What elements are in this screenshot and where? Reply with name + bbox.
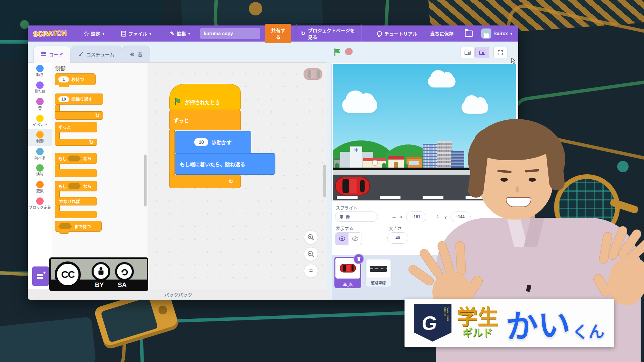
account-menu[interactable]: kaircx ▾ — [481, 28, 512, 39]
stop-button[interactable] — [345, 48, 353, 55]
scratch-logo[interactable]: SCRATCH — [33, 29, 67, 38]
palette-block-if[interactable]: もし なら — [55, 153, 97, 164]
palette-scrollbar[interactable] — [144, 155, 147, 206]
size-input[interactable]: 40 — [387, 232, 408, 244]
wait-until-label: まで待つ — [74, 223, 91, 230]
tutorials-menu[interactable]: チュートリアル — [374, 28, 420, 39]
loop-arrow-icon: ↻ — [89, 139, 94, 145]
tab-code[interactable]: コード — [33, 46, 71, 63]
large-stage-icon — [479, 51, 485, 55]
category-events[interactable]: イベント — [28, 113, 52, 129]
palette-block-ifelse[interactable]: もし なら — [55, 181, 97, 191]
project-name-input[interactable] — [200, 28, 260, 39]
category-looks[interactable]: 見た目 — [28, 79, 52, 96]
tab-costumes[interactable]: コスチューム — [70, 46, 122, 63]
category-label: 演算 — [36, 173, 44, 177]
palette-block-ifelse-bottom[interactable] — [55, 211, 97, 218]
category-control[interactable]: 制御 — [28, 129, 52, 146]
palette-block-repeat-bottom[interactable]: ↻ — [55, 111, 103, 120]
palette-block-if-spine — [55, 164, 60, 169]
hide-button[interactable] — [348, 233, 362, 245]
cat-icon — [482, 31, 491, 39]
category-myblocks[interactable]: ブロック定義 — [28, 195, 52, 212]
show-button[interactable] — [335, 233, 348, 245]
move-value[interactable]: 10 — [194, 138, 208, 146]
share-button[interactable]: 共有する — [265, 24, 291, 43]
palette-block-else[interactable]: でなければ — [55, 197, 97, 205]
boolean-slot[interactable] — [58, 223, 72, 229]
script-forever-bottom[interactable]: ↻ — [169, 175, 241, 188]
category-dot — [36, 65, 44, 72]
guild-vertical-bottom: GUILD — [443, 307, 446, 317]
car-roof — [350, 179, 357, 193]
small-stage-button[interactable] — [461, 47, 475, 58]
car-sprite[interactable] — [335, 177, 370, 195]
category-sound[interactable]: 音 — [28, 96, 52, 113]
wait-value[interactable]: 1 — [58, 76, 69, 82]
project-page-button[interactable]: ↻ プロジェクトページを見る — [296, 24, 362, 43]
size-label: 大きさ — [389, 225, 402, 231]
avatar — [481, 28, 491, 39]
green-flag-button[interactable] — [333, 48, 342, 58]
category-label: 見た目 — [34, 90, 46, 94]
category-sensing[interactable]: 調べる — [28, 146, 52, 163]
forever-label: ずっと — [58, 124, 71, 130]
edit-label: 編集 — [176, 30, 186, 37]
add-extension-button[interactable] — [32, 266, 49, 286]
category-operators[interactable]: 演算 — [28, 162, 52, 179]
repeat-value[interactable]: 10 — [58, 96, 69, 102]
wait-label: 秒待つ — [71, 76, 84, 82]
palette-block-forever-bottom[interactable]: ↻ — [55, 139, 97, 146]
script-forever-block[interactable]: ずっと — [169, 110, 241, 130]
category-label: 調べる — [34, 156, 46, 160]
tab-code-label: コード — [49, 51, 63, 58]
presenter-name: かい — [505, 298, 571, 347]
code-workspace[interactable]: が押されたとき ずっと 10 歩動かす もし端に着いたら、跳ね返る ↻ — [148, 62, 327, 289]
save-now-button[interactable]: 直ちに保存 — [427, 28, 456, 39]
category-motion[interactable]: 動き — [28, 63, 52, 79]
category-variables[interactable]: 変数 — [28, 179, 52, 196]
sprite-watermark — [304, 68, 322, 80]
hospital-cross: + — [354, 146, 359, 168]
presenter-finger — [455, 241, 466, 275]
delete-sprite-button[interactable] — [354, 254, 364, 264]
category-dot — [36, 131, 44, 138]
file-menu[interactable]: ファイル ▾ — [118, 28, 154, 39]
sprite-card-road[interactable]: 道路車線 — [365, 259, 391, 287]
script-move-block[interactable]: 10 歩動かす — [175, 131, 251, 153]
script-bounce-block[interactable]: もし端に着いたら、跳ね返る — [175, 153, 275, 175]
zoom-out-button[interactable] — [304, 247, 318, 261]
sprite-card-car[interactable]: 車_赤 — [334, 257, 361, 288]
palette-block-wait[interactable]: 1 秒待つ — [55, 73, 96, 85]
palette-block-ifelse-spine — [55, 191, 60, 197]
edit-menu[interactable]: ✎ 編集 ▾ — [167, 28, 193, 39]
tutorials-label: チュートリアル — [384, 30, 417, 37]
folder-icon[interactable] — [465, 31, 473, 37]
tab-sounds-label: 音 — [138, 51, 143, 58]
sprite-name-input[interactable] — [335, 212, 378, 222]
tab-sounds[interactable]: 音 — [122, 46, 150, 63]
boolean-slot[interactable] — [67, 156, 81, 162]
script-when-flag-clicked[interactable]: が押されたとき — [169, 84, 241, 110]
backpack-label: バックパック — [164, 291, 192, 298]
save-now-label: 直ちに保存 — [430, 30, 453, 37]
palette-block-repeat[interactable]: 10 回繰り返す — [55, 94, 103, 105]
palette-block-waituntil[interactable]: まで待つ — [55, 221, 102, 232]
gear-icon — [84, 32, 89, 36]
zoom-in-button[interactable] — [304, 230, 318, 244]
presenter-name-suffix: くん — [572, 318, 605, 343]
palette-block-forever[interactable]: ずっと — [55, 122, 97, 132]
size-value: 40 — [395, 236, 400, 240]
category-dot — [36, 197, 44, 205]
if-prefix: もし — [58, 155, 67, 162]
boolean-slot[interactable] — [67, 183, 81, 189]
zoom-reset-button[interactable]: = — [304, 264, 318, 278]
settings-menu[interactable]: 設定 ▾ — [82, 28, 107, 39]
palette-block-if-bottom[interactable] — [55, 169, 97, 177]
fullscreen-button[interactable] — [493, 47, 507, 58]
brush-icon — [78, 52, 84, 57]
category-dot — [36, 81, 44, 89]
category-dot — [36, 181, 44, 188]
code-scrollbar[interactable] — [323, 165, 326, 197]
large-stage-button[interactable] — [475, 47, 489, 58]
